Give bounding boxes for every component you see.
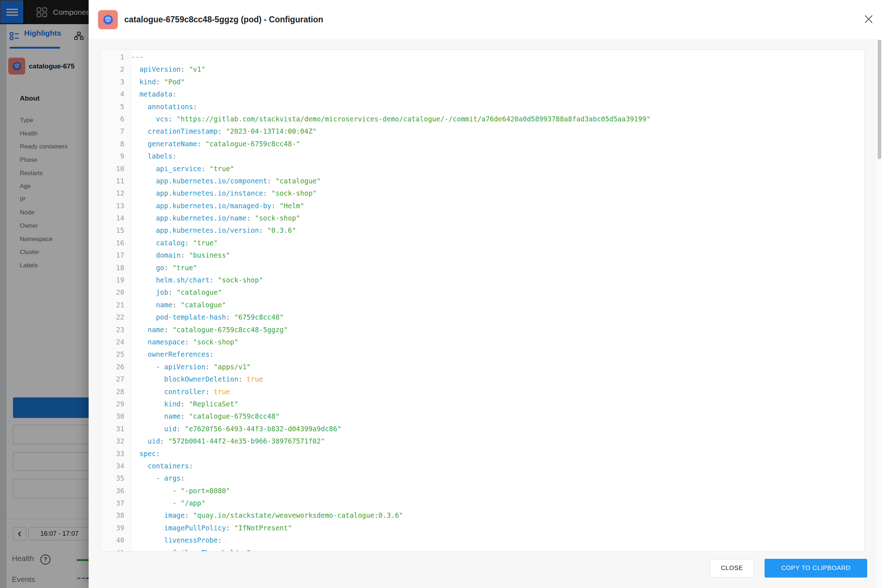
code-line: 6 vcs: "https://gitlab.com/stackvista/de…: [100, 113, 864, 125]
code-line: 36 - "-port=8080": [100, 484, 864, 497]
line-number: 17: [100, 249, 131, 261]
code-line: 33 spec:: [100, 447, 864, 460]
code-line: 22 pod-template-hash: "6759c8cc48": [100, 311, 864, 323]
scrollbar-thumb[interactable]: [878, 40, 881, 159]
close-icon: [864, 14, 873, 24]
code-line: 41 failureThreshold: 3: [100, 547, 864, 552]
line-number: 25: [100, 348, 131, 360]
code-line: 31 uid: "e7620f56-6493-44f3-b832-d04399a…: [100, 423, 864, 435]
line-number: 22: [100, 311, 131, 323]
line-number: 15: [100, 224, 131, 236]
line-number: 36: [100, 484, 131, 497]
line-number: 2: [100, 63, 131, 75]
code-line: 27 blockOwnerDeletion: true: [100, 373, 864, 385]
code-line: 4 metadata:: [100, 88, 864, 100]
line-number: 16: [100, 237, 131, 249]
code-line: 26 - apiVersion: "apps/v1": [100, 361, 864, 373]
code-line: 32 uid: "572b0041-44f2-4e35-b966-3897675…: [100, 435, 864, 447]
code-line: 5 annotations:: [100, 100, 864, 113]
copy-to-clipboard-button[interactable]: COPY TO CLIPBOARD: [765, 559, 867, 578]
code-line: 38 image: "quay.io/stackstate/weaveworks…: [100, 509, 864, 521]
code-line: 15 app.kubernetes.io/version: "0.3.6": [100, 224, 864, 236]
code-line: 37 - "/app": [100, 497, 864, 509]
code-line: 11 app.kubernetes.io/component: "catalog…: [100, 175, 864, 187]
line-number: 21: [100, 298, 131, 311]
line-number: 32: [100, 435, 131, 447]
line-number: 12: [100, 187, 131, 199]
modal-header: catalogue-6759c8cc48-5ggzg (pod) - Confi…: [88, 0, 882, 39]
line-number: 4: [100, 88, 131, 100]
code-line: 30 name: "catalogue-6759c8cc48": [100, 410, 864, 422]
code-line: 23 name: "catalogue-6759c8cc48-5ggzg": [100, 324, 864, 336]
line-number: 3: [100, 76, 131, 88]
line-number: 38: [100, 509, 131, 521]
line-number: 10: [100, 162, 131, 175]
code-line: 20 job: "catalogue": [100, 286, 864, 298]
code-line: 1---: [100, 51, 864, 63]
line-number: 31: [100, 423, 131, 435]
line-number: 20: [100, 286, 131, 298]
line-number: 35: [100, 472, 131, 484]
code-line: 34 containers:: [100, 460, 864, 472]
kubernetes-pod-icon: [102, 14, 114, 26]
code-line: 24 namespace: "sock-shop": [100, 336, 864, 348]
line-number: 33: [100, 447, 131, 460]
code-line: 9 labels:: [100, 150, 864, 162]
line-number: 24: [100, 336, 131, 348]
modal-title: catalogue-6759c8cc48-5ggzg (pod) - Confi…: [124, 0, 323, 39]
code-line: 13 app.kubernetes.io/managed-by: "Helm": [100, 200, 864, 212]
line-number: 37: [100, 497, 131, 509]
line-number: 7: [100, 125, 131, 137]
line-number: 27: [100, 373, 131, 385]
code-line: 7 creationTimestamp: "2023-04-13T14:00:0…: [100, 125, 864, 137]
code-line: 12 app.kubernetes.io/instance: "sock-sho…: [100, 187, 864, 199]
yaml-code-viewer[interactable]: 1---2 apiVersion: "v1"3 kind: "Pod"4 met…: [100, 50, 865, 552]
code-line: 3 kind: "Pod": [100, 76, 864, 88]
line-number: 40: [100, 534, 131, 546]
code-line: 21 name: "catalogue": [100, 298, 864, 311]
code-line: 19 helm.sh/chart: "sock-shop": [100, 274, 864, 286]
line-number: 34: [100, 460, 131, 472]
line-number: 5: [100, 100, 131, 113]
code-line: 28 controller: true: [100, 386, 864, 398]
code-line: 35 - args:: [100, 472, 864, 484]
modal-close-button[interactable]: [864, 14, 874, 24]
code-line: 17 domain: "business": [100, 249, 864, 261]
line-number: 19: [100, 274, 131, 286]
line-number: 9: [100, 150, 131, 162]
line-number: 26: [100, 361, 131, 373]
code-line: 18 go: "true": [100, 262, 864, 274]
pod-modal-icon: [98, 10, 118, 29]
line-number: 30: [100, 410, 131, 422]
line-number: 1: [100, 51, 131, 63]
code-line: 39 imagePullPolicy: "IfNotPresent": [100, 522, 864, 534]
configuration-modal: catalogue-6759c8cc48-5ggzg (pod) - Confi…: [88, 0, 882, 588]
line-number: 11: [100, 175, 131, 187]
line-number: 8: [100, 138, 131, 150]
line-number: 28: [100, 386, 131, 398]
line-number: 41: [100, 547, 131, 552]
code-line: 2 apiVersion: "v1": [100, 63, 864, 75]
code-line: 16 catalog: "true": [100, 237, 864, 249]
line-number: 18: [100, 262, 131, 274]
code-lines: 1---2 apiVersion: "v1"3 kind: "Pod"4 met…: [100, 51, 864, 552]
close-button[interactable]: CLOSE: [710, 559, 754, 578]
code-line: 40 livenessProbe:: [100, 534, 864, 546]
code-line: 14 app.kubernetes.io/name: "sock-shop": [100, 212, 864, 224]
line-number: 23: [100, 324, 131, 336]
line-number: 13: [100, 200, 131, 212]
code-line: 10 api_service: "true": [100, 162, 864, 175]
code-line: 25 ownerReferences:: [100, 348, 864, 360]
line-number: 29: [100, 398, 131, 410]
line-number: 39: [100, 522, 131, 534]
line-number: 14: [100, 212, 131, 224]
code-line: 8 generateName: "catalogue-6759c8cc48-": [100, 138, 864, 150]
line-number: 6: [100, 113, 131, 125]
code-line: 29 kind: "ReplicaSet": [100, 398, 864, 410]
